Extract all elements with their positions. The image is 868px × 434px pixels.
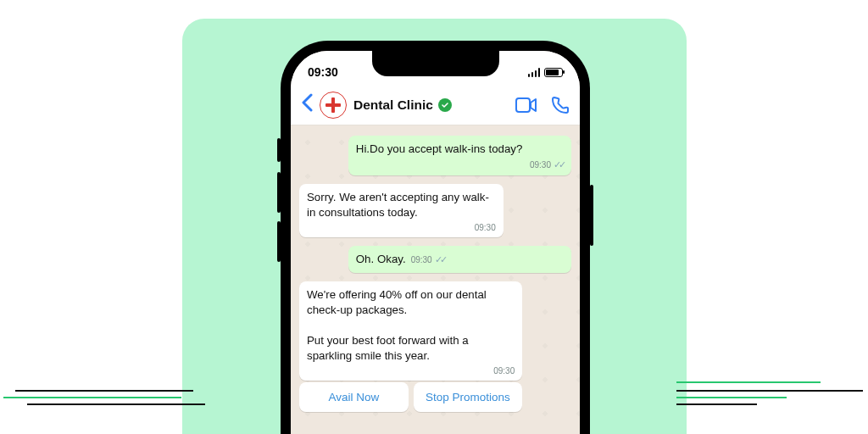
phone-screen: 09:30 Dental Clinic [291, 51, 580, 434]
message-buttons: Avail Now Stop Promotions [299, 382, 522, 412]
status-icons [528, 68, 564, 77]
message-time: 09:30 [493, 365, 515, 377]
message-meta: 09:30 ✓✓ [356, 159, 564, 171]
message-text: Hi.Do you accept walk-ins today? [356, 142, 564, 157]
message-outgoing[interactable]: Hi.Do you accept walk-ins today? 09:30 ✓… [348, 136, 571, 175]
decor-stripe [676, 397, 787, 398]
read-ticks-icon: ✓✓ [554, 159, 564, 171]
decor-stripe [15, 390, 193, 392]
contact-avatar[interactable] [320, 92, 347, 119]
status-time: 09:30 [308, 65, 338, 79]
message-time: 09:30 [411, 254, 432, 266]
decor-stripe [3, 397, 181, 398]
read-ticks-icon: ✓✓ [435, 253, 445, 266]
canvas: 09:30 Dental Clinic [0, 0, 868, 434]
svg-rect-0 [516, 98, 530, 112]
chat-area[interactable]: Hi.Do you accept walk-ins today? 09:30 ✓… [291, 125, 580, 434]
message-meta: 09:30 ✓✓ [411, 253, 445, 266]
message-text: We're offering 40% off on our dental che… [307, 287, 515, 364]
decor-stripe [676, 403, 757, 405]
contact-name[interactable]: Dental Clinic [353, 97, 433, 113]
chat-header: Dental Clinic [291, 85, 580, 125]
message-outgoing[interactable]: Oh. Okay. 09:30 ✓✓ [348, 246, 571, 273]
voice-call-button[interactable] [551, 96, 570, 114]
battery-icon [544, 68, 563, 77]
avail-now-button[interactable]: Avail Now [299, 382, 409, 412]
message-meta: 09:30 [307, 365, 515, 377]
stop-promotions-button[interactable]: Stop Promotions [414, 382, 523, 412]
phone-frame: 09:30 Dental Clinic [281, 41, 590, 434]
phone-notch [372, 51, 499, 76]
video-call-button[interactable] [515, 97, 537, 113]
message-text: Sorry. We aren't accepting any walk-in c… [307, 190, 496, 220]
message-incoming[interactable]: We're offering 40% off on our dental che… [299, 281, 522, 381]
power-button [590, 185, 593, 246]
volume-button [277, 221, 281, 262]
message-time: 09:30 [530, 159, 551, 171]
message-text: Oh. Okay. [356, 252, 406, 267]
volume-button [277, 138, 281, 162]
decor-stripe [676, 381, 821, 383]
message-meta: 09:30 [307, 222, 496, 234]
decor-stripe [676, 390, 863, 392]
message-incoming[interactable]: Sorry. We aren't accepting any walk-in c… [299, 184, 504, 237]
signal-icon [528, 68, 541, 77]
volume-button [277, 172, 281, 213]
message-time: 09:30 [475, 222, 496, 234]
decor-stripe [27, 403, 205, 405]
verified-badge-icon [438, 98, 452, 112]
back-button[interactable] [301, 92, 313, 118]
